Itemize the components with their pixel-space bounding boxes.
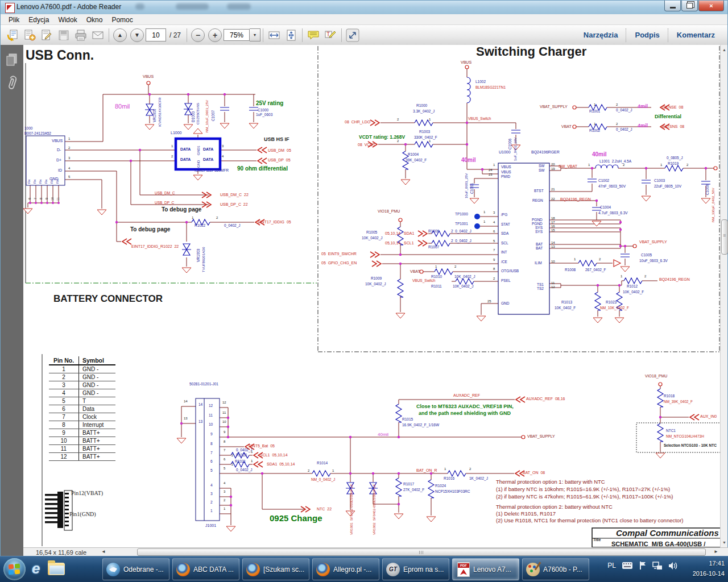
- table-cell: 8: [49, 421, 79, 429]
- table-cell: 2: [49, 373, 79, 381]
- table-cell: BATT+: [79, 429, 116, 437]
- page-down-icon[interactable]: ▼: [130, 28, 144, 43]
- windows-explorer-icon[interactable]: [48, 563, 65, 575]
- vertical-scroll-thumb[interactable]: [721, 219, 728, 255]
- table-header: Pin No.: [49, 356, 79, 365]
- menu-widok[interactable]: Widok: [53, 15, 81, 25]
- zoom-dropdown-arrow-icon[interactable]: ▼: [250, 28, 260, 41]
- internet-explorer-icon[interactable]: e: [32, 560, 40, 577]
- toolbar: ▲ ▼ / 27 − + 75% ▼ T NarzędziaPodpisKome…: [1, 25, 727, 45]
- open-icon[interactable]: [5, 28, 20, 43]
- page-number-input[interactable]: [146, 28, 166, 41]
- table-cell: GND -: [79, 365, 116, 373]
- menu-edycja[interactable]: Edycja: [24, 15, 53, 25]
- scroll-left-icon[interactable]: ◄: [101, 549, 106, 554]
- page-size-indicator: 16,54 x 11,69 cale: [36, 549, 86, 556]
- scroll-down-icon[interactable]: ▼: [721, 539, 728, 546]
- table-row: 7Clock: [49, 413, 115, 421]
- close-button[interactable]: ×: [698, 1, 724, 11]
- status-bar: 16,54 x 11,69 cale ◄ ►: [23, 547, 728, 556]
- taskbar-task-gt[interactable]: GTEprom na s...: [382, 558, 449, 580]
- save-icon[interactable]: [56, 28, 71, 43]
- create-pdf-icon[interactable]: [22, 28, 37, 43]
- fit-width-icon[interactable]: [267, 28, 282, 43]
- tools-button[interactable]: Narzędzia: [576, 28, 626, 41]
- firefox-icon: [176, 563, 190, 576]
- page-total: / 27: [169, 31, 181, 39]
- clock-time: 17:41: [693, 559, 725, 569]
- table-cell: 6: [49, 405, 79, 413]
- scroll-up-icon[interactable]: ▲: [721, 46, 728, 53]
- horizontal-scroll-thumb[interactable]: [137, 548, 706, 556]
- table-cell: 4: [49, 389, 79, 397]
- fullscreen-icon[interactable]: [345, 28, 360, 43]
- paint-icon: [526, 563, 540, 576]
- keyboard-icon[interactable]: [622, 562, 633, 569]
- taskbar-task-firefox[interactable]: ABC DATA ...: [172, 558, 239, 580]
- sign-icon[interactable]: [39, 28, 54, 43]
- menu-bar: PlikEdycjaWidokOknoPomoc: [1, 14, 727, 25]
- network-icon[interactable]: [652, 562, 663, 570]
- restore-button[interactable]: [681, 1, 698, 11]
- comment-bubble-icon[interactable]: [306, 28, 321, 43]
- task-label: Odebrane -...: [123, 566, 164, 573]
- table-cell: Data: [79, 405, 116, 413]
- menu-okno[interactable]: Okno: [82, 15, 107, 25]
- navigation-pane: [1, 45, 23, 556]
- page-up-icon[interactable]: ▲: [113, 28, 127, 43]
- table-cell: 7: [49, 413, 79, 421]
- table-cell: 1: [49, 365, 79, 373]
- print-icon[interactable]: [73, 28, 88, 43]
- table-header: Symbol: [79, 356, 116, 365]
- language-indicator[interactable]: PL: [607, 562, 616, 569]
- zoom-level-value[interactable]: 75%: [224, 29, 250, 41]
- title-bar[interactable]: Lenovo A7600.pdf - Adobe Reader ×: [1, 1, 727, 15]
- fit-page-icon[interactable]: [284, 28, 299, 43]
- comment-panel-button[interactable]: Komentarz: [669, 28, 723, 41]
- menu-pomoc[interactable]: Pomoc: [107, 15, 137, 25]
- page-thumbnails-icon[interactable]: [6, 53, 18, 66]
- attachments-paperclip-icon[interactable]: [6, 74, 18, 92]
- start-button[interactable]: [3, 558, 26, 580]
- table-cell: Interrupt: [79, 421, 116, 429]
- firefox-icon: [316, 563, 330, 576]
- menu-plik[interactable]: Plik: [4, 15, 24, 25]
- table-row: 5T: [49, 397, 115, 405]
- table-cell: T: [79, 397, 116, 405]
- vertical-scrollbar[interactable]: ▲ ▼: [720, 45, 727, 547]
- pdf-document-page[interactable]: [23, 45, 722, 547]
- table-row: 8Interrupt: [49, 421, 115, 429]
- taskbar-task-thunderbird[interactable]: Odebrane -...: [102, 558, 169, 580]
- task-label: Allegro.pl -...: [333, 566, 371, 573]
- toolbar-right-panels: NarzędziaPodpisKomentarz: [576, 27, 723, 43]
- action-center-flag-icon[interactable]: [639, 561, 647, 570]
- scroll-right-icon[interactable]: ►: [714, 549, 718, 554]
- table-row: 2GND -: [49, 373, 115, 381]
- system-tray: PL: [607, 561, 678, 570]
- table-row: 3GND -: [49, 381, 115, 389]
- table-row: 9BATT+: [49, 429, 115, 437]
- clock-date: 2016-10-14: [693, 569, 725, 579]
- minimize-button[interactable]: [664, 1, 681, 11]
- zoom-out-icon[interactable]: −: [191, 28, 205, 43]
- taskbar-tasks: Odebrane -...ABC DATA ...[Szukam sc...Al…: [102, 558, 589, 580]
- taskbar-clock[interactable]: 17:41 2016-10-14: [693, 559, 725, 579]
- taskbar-task-firefox[interactable]: [Szukam sc...: [242, 558, 309, 580]
- taskbar-task-pdf-active[interactable]: PDFLenovo A7...: [452, 558, 519, 580]
- table-cell: BATT+: [79, 445, 116, 453]
- table-cell: Clock: [79, 413, 116, 421]
- taskbar-task-paint[interactable]: A7600b - P...: [522, 558, 589, 580]
- highlight-icon[interactable]: T: [323, 28, 338, 43]
- email-icon[interactable]: [90, 28, 105, 43]
- sign-panel-button[interactable]: Podpis: [627, 28, 667, 41]
- zoom-in-icon[interactable]: +: [208, 28, 222, 43]
- table-cell: GND -: [79, 389, 116, 397]
- table-cell: 11: [49, 445, 79, 453]
- titlebar-artifact: [135, 3, 144, 10]
- thunderbird-icon: [106, 563, 120, 576]
- task-label: A7600b - P...: [543, 566, 582, 573]
- taskbar-task-firefox[interactable]: Allegro.pl -...: [312, 558, 379, 580]
- speaker-icon[interactable]: [668, 562, 678, 570]
- gt-icon: GT: [386, 563, 400, 576]
- table-row: 1GND -: [49, 365, 115, 373]
